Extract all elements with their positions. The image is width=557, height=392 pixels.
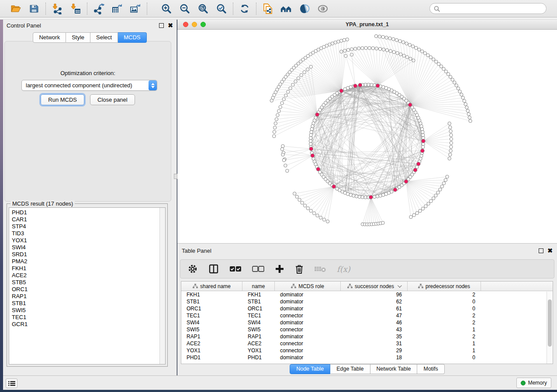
network-window-titlebar[interactable]: YPA_prune.txt_1 — [177, 20, 557, 30]
memory-label: Memory — [528, 380, 547, 386]
search-icon — [434, 6, 440, 12]
table-toolbar: f(x) — [180, 259, 554, 279]
table-cell: 31 — [341, 340, 408, 347]
zoom-fit-icon[interactable] — [197, 3, 209, 14]
result-list-item[interactable]: TEC1 — [12, 314, 159, 321]
vertical-splitter-handle[interactable] — [174, 174, 177, 179]
tab-mcds[interactable]: MCDS — [118, 32, 146, 43]
zoom-selected-icon[interactable] — [215, 3, 228, 14]
delete-column-icon[interactable] — [295, 262, 304, 275]
table-row[interactable]: ORC1ORC1dominator610 — [181, 305, 553, 312]
table-row[interactable]: YOX1YOX1connector291 — [181, 347, 553, 354]
result-list-item[interactable]: FKH1 — [12, 265, 159, 272]
task-history-button[interactable] — [6, 378, 17, 388]
result-list-item[interactable]: ORC1 — [12, 286, 159, 293]
table-settings-gear-icon[interactable] — [187, 262, 198, 275]
table-scrollbar[interactable] — [547, 292, 553, 364]
table-row[interactable]: SWI5SWI5connector431 — [181, 326, 553, 333]
memory-button[interactable]: Memory — [516, 378, 551, 388]
import-table-icon[interactable] — [69, 3, 82, 14]
mcds-tab-panel: Optimization criterion: largest connecte… — [4, 41, 171, 202]
delete-table-icon — [314, 262, 326, 275]
column-header-shared-name[interactable]: shared name — [181, 282, 242, 291]
table-row[interactable]: RAP1RAP1dominator352 — [181, 333, 553, 340]
table-row[interactable]: ACE2ACE2connector311 — [181, 340, 553, 347]
network-window-title: YPA_prune.txt_1 — [177, 21, 557, 28]
run-mcds-button[interactable]: Run MCDS — [41, 94, 84, 105]
add-column-icon[interactable] — [275, 262, 284, 275]
deselect-all-rows-icon[interactable] — [252, 262, 264, 275]
float-panel-icon[interactable] — [159, 23, 164, 28]
result-list-item[interactable]: TID3 — [12, 230, 159, 237]
zoom-out-icon[interactable] — [179, 3, 191, 14]
table-cell: TEC1 — [242, 312, 275, 319]
result-list-item[interactable]: STB5 — [12, 279, 159, 286]
table-row[interactable]: TEC1TEC1connector472 — [181, 312, 553, 319]
result-list-scrollbar[interactable] — [159, 208, 165, 364]
result-list-item[interactable]: SWI4 — [12, 244, 159, 251]
vizmapper-icon[interactable] — [298, 3, 311, 14]
result-list-item[interactable]: STP4 — [12, 223, 159, 230]
tab-select[interactable]: Select — [90, 32, 118, 43]
close-panel-icon[interactable]: ✖ — [168, 23, 173, 28]
close-table-panel-icon[interactable]: ✖ — [547, 248, 553, 253]
result-list-item[interactable]: STB1 — [12, 300, 159, 307]
table-cell: PHD1 — [181, 354, 242, 361]
import-network-icon[interactable] — [51, 3, 63, 14]
tab-style[interactable]: Style — [66, 32, 90, 43]
result-list-item[interactable]: YOX1 — [12, 237, 159, 244]
table-row[interactable]: STB1STB1dominator620 — [181, 298, 553, 305]
network-canvas-svg[interactable] — [177, 30, 557, 243]
mcds-result-list[interactable]: PHD1CAR1STP4TID3YOX1SWI4SRD1PMA2FKH1ACE2… — [9, 208, 159, 364]
export-table-icon[interactable] — [111, 3, 123, 14]
search-input[interactable] — [443, 6, 542, 12]
column-header-predecessor-nodes[interactable]: predecessor nodes — [408, 282, 481, 291]
result-list-item[interactable]: GCR1 — [12, 321, 159, 328]
refresh-icon[interactable] — [239, 3, 251, 14]
dropdown-stepper-icon — [149, 80, 157, 90]
table-cell: 1 — [408, 326, 481, 333]
result-list-item[interactable]: PMA2 — [12, 258, 159, 265]
column-visibility-icon[interactable] — [208, 262, 219, 275]
clone-network-icon[interactable] — [262, 3, 274, 14]
tab-motifs[interactable]: Motifs — [417, 364, 444, 374]
tab-edge-table[interactable]: Edge Table — [330, 364, 370, 374]
column-header-successor-nodes[interactable]: successor nodes — [341, 282, 408, 291]
zoom-in-icon[interactable] — [160, 3, 173, 14]
table-cell: YOX1 — [181, 347, 242, 354]
show-hide-icon[interactable] — [317, 3, 329, 14]
table-cell: 43 — [341, 326, 408, 333]
table-scrollbar-thumb[interactable] — [548, 299, 552, 347]
network-overview-icon[interactable] — [280, 3, 292, 14]
task-list-icon — [8, 381, 15, 386]
table-cell: dominator — [275, 305, 341, 312]
result-list-item[interactable]: SRD1 — [12, 251, 159, 258]
export-image-icon[interactable] — [129, 3, 142, 14]
result-list-item[interactable]: CAR1 — [12, 216, 159, 223]
table-row[interactable]: PHD1PHD1dominator180 — [181, 354, 553, 361]
result-list-item[interactable]: PHD1 — [12, 209, 159, 216]
column-header-MCDS-role[interactable]: MCDS role — [275, 282, 341, 291]
table-cell: connector — [275, 312, 341, 319]
search-field[interactable] — [429, 3, 547, 14]
save-session-icon[interactable] — [28, 3, 40, 14]
table-cell: FKH1 — [181, 291, 242, 298]
float-table-panel-icon[interactable] — [539, 248, 543, 253]
table-row[interactable]: FKH1FKH1dominator962 — [181, 291, 553, 298]
column-header-name[interactable]: name — [242, 282, 275, 291]
result-list-item[interactable]: RAP1 — [12, 293, 159, 300]
select-all-rows-icon[interactable] — [229, 262, 242, 275]
close-panel-button[interactable]: Close panel — [90, 94, 135, 105]
tab-network-table[interactable]: Network Table — [370, 364, 418, 374]
optimization-criterion-select[interactable]: largest connected component (undirected) — [21, 80, 157, 91]
result-list-item[interactable]: ACE2 — [12, 272, 159, 279]
export-network-icon[interactable] — [93, 3, 105, 14]
tab-network[interactable]: Network — [33, 32, 66, 43]
table-cell: 0 — [408, 298, 481, 305]
result-list-item[interactable]: SWI5 — [12, 307, 159, 314]
table-cell: TEC1 — [181, 312, 242, 319]
tab-node-table[interactable]: Node Table — [290, 364, 330, 374]
table-cell: ORC1 — [181, 305, 242, 312]
table-row[interactable]: SWI4SWI4dominator462 — [181, 319, 553, 326]
open-file-icon[interactable] — [10, 3, 22, 14]
